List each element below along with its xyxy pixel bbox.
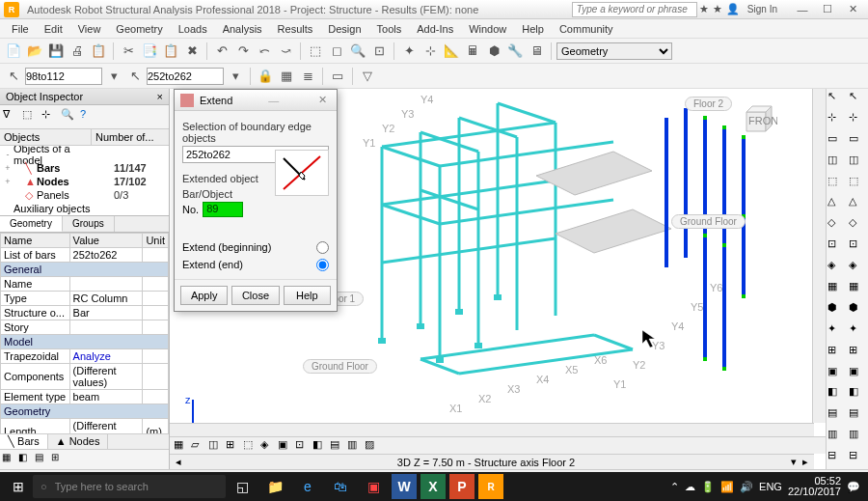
menu-view[interactable]: View <box>70 21 109 37</box>
measure-icon[interactable]: 📐 <box>442 42 461 61</box>
tray-lang[interactable]: ENG <box>759 481 782 492</box>
rtool-icon[interactable]: ◫ <box>827 153 847 173</box>
rtool-icon[interactable]: ◇ <box>849 216 868 236</box>
rtool-icon[interactable]: ⊹ <box>827 111 847 130</box>
tool-icon[interactable]: 🔧 <box>505 42 525 61</box>
help-button[interactable]: Help <box>284 286 331 305</box>
tab-groups[interactable]: Groups <box>63 216 115 232</box>
tree-row[interactable]: +╲Bars11/147 <box>2 161 167 175</box>
redo-icon[interactable]: ↷ <box>233 42 253 61</box>
user-icon[interactable]: 👤 <box>726 3 740 15</box>
rtool-icon[interactable]: ◫ <box>849 153 868 173</box>
store-icon[interactable]: 🛍 <box>324 472 357 501</box>
rtool-icon[interactable]: ◈ <box>849 259 868 278</box>
rtool-icon[interactable]: ▣ <box>849 365 868 384</box>
word-icon[interactable]: W <box>392 474 417 499</box>
explorer-icon[interactable]: 📁 <box>258 472 291 501</box>
rtool-icon[interactable]: ▥ <box>827 428 847 447</box>
panel-icon[interactable]: ▭ <box>328 67 347 86</box>
menu-edit[interactable]: Edit <box>37 21 70 37</box>
viewport-scroll-h[interactable] <box>170 423 814 436</box>
dropdown-icon[interactable]: ▾ <box>104 67 123 86</box>
paste-icon[interactable]: 📋 <box>161 42 180 61</box>
cursor-icon[interactable]: ↖ <box>4 67 23 86</box>
menu-add-ins[interactable]: Add-Ins <box>409 21 461 37</box>
mt-icon[interactable]: ▦ <box>2 452 17 467</box>
vt-icon[interactable]: ▨ <box>365 438 380 454</box>
rtool-icon[interactable]: ⊞ <box>827 344 847 363</box>
tab-geometry[interactable]: Geometry <box>0 216 63 232</box>
star-icon[interactable]: ★ <box>699 3 709 15</box>
tree-row[interactable]: +▲Nodes17/102 <box>2 175 167 188</box>
undo2-icon[interactable]: ⤺ <box>255 42 274 61</box>
rtool-icon[interactable]: ⊡ <box>827 237 847 257</box>
rtool-icon[interactable]: ▭ <box>827 132 847 152</box>
cut-icon[interactable]: ✂ <box>119 42 138 61</box>
menu-window[interactable]: Window <box>461 21 514 37</box>
tray-notif-icon[interactable]: 💬 <box>847 481 860 493</box>
mt-icon[interactable]: ▤ <box>35 452 50 467</box>
layer-icon[interactable]: ≣ <box>298 67 317 86</box>
vt-icon[interactable]: ⬚ <box>243 438 258 454</box>
sign-in-link[interactable]: Sign In <box>747 4 777 14</box>
menu-analysis[interactable]: Analysis <box>215 21 270 37</box>
rtool-icon[interactable]: ◇ <box>827 216 847 236</box>
rtool-icon[interactable]: ◈ <box>827 259 847 278</box>
redo2-icon[interactable]: ⤻ <box>276 42 295 61</box>
rtool-icon[interactable]: ⬢ <box>849 301 868 320</box>
rtool-icon[interactable]: ▦ <box>827 280 847 299</box>
rtool-icon[interactable]: ◧ <box>849 385 868 404</box>
rtool-icon[interactable]: ⊟ <box>827 449 847 468</box>
vt-icon[interactable]: ▦ <box>174 438 189 454</box>
tray-battery-icon[interactable]: 🔋 <box>701 481 715 493</box>
mt-icon[interactable]: ◧ <box>18 452 34 467</box>
task-view-icon[interactable]: ◱ <box>226 472 258 501</box>
rtool-icon[interactable]: ⊡ <box>849 237 868 257</box>
tray-wifi-icon[interactable]: 📶 <box>720 481 734 493</box>
rtool-icon[interactable]: ▤ <box>827 406 847 426</box>
dialog-title-bar[interactable]: Extend — ✕ <box>175 90 337 111</box>
menu-help[interactable]: Help <box>514 21 552 37</box>
tray-vol-icon[interactable]: 🔊 <box>740 481 753 493</box>
oi-filter-icon[interactable]: ∇ <box>3 108 20 125</box>
calc-icon[interactable]: 🖩 <box>463 42 482 61</box>
rtool-icon[interactable]: ▣ <box>827 365 847 384</box>
rtool-icon[interactable]: ◧ <box>827 385 847 404</box>
rtool-icon[interactable]: ⬢ <box>827 301 847 320</box>
properties-grid[interactable]: NameValueUnitList of bars252to262General… <box>0 233 169 433</box>
undo-icon[interactable]: ↶ <box>212 42 231 61</box>
new-icon[interactable]: 📄 <box>4 42 23 61</box>
open-icon[interactable]: 📂 <box>25 42 44 61</box>
menu-geometry[interactable]: Geometry <box>108 21 170 37</box>
rtool-icon[interactable]: ⬚ <box>849 175 868 194</box>
preview-icon[interactable]: 📋 <box>89 42 108 61</box>
selection-input-2[interactable] <box>147 68 224 85</box>
menu-design[interactable]: Design <box>320 21 368 37</box>
snap-icon[interactable]: ⊹ <box>420 42 440 61</box>
close-button[interactable]: Close <box>231 286 279 305</box>
help-search-input[interactable] <box>572 2 697 17</box>
edge-icon[interactable]: e <box>291 472 324 501</box>
screen-icon[interactable]: 🖥 <box>527 42 546 61</box>
close-button[interactable]: ✕ <box>841 2 864 17</box>
rtool-icon[interactable]: ✦ <box>849 322 868 342</box>
selection-input-1[interactable] <box>25 68 102 85</box>
window-icon[interactable]: ◻ <box>327 42 346 61</box>
maximize-button[interactable]: ☐ <box>816 2 839 17</box>
rtool-icon[interactable]: ⊟ <box>849 449 868 468</box>
vt-icon[interactable]: ▣ <box>278 438 293 454</box>
menu-community[interactable]: Community <box>552 21 621 37</box>
cursor2-icon[interactable]: ↖ <box>125 67 145 86</box>
bar-number-input[interactable]: 89 <box>203 202 243 217</box>
rtool-icon[interactable]: ↖ <box>827 90 847 109</box>
dialog-minimize[interactable]: — <box>264 95 283 106</box>
vt-icon[interactable]: ▱ <box>191 438 206 454</box>
rtool-icon[interactable]: ▥ <box>849 428 868 447</box>
tray-clock[interactable]: 05:5222/10/2017 <box>788 476 841 497</box>
rtool-icon[interactable]: ⬚ <box>827 175 847 194</box>
vt-icon[interactable]: ▥ <box>347 438 363 454</box>
tray-icon[interactable]: ☁ <box>685 481 695 493</box>
app-icon[interactable]: ▣ <box>357 472 390 501</box>
delete-icon[interactable]: ✖ <box>182 42 202 61</box>
save-icon[interactable]: 💾 <box>46 42 66 61</box>
